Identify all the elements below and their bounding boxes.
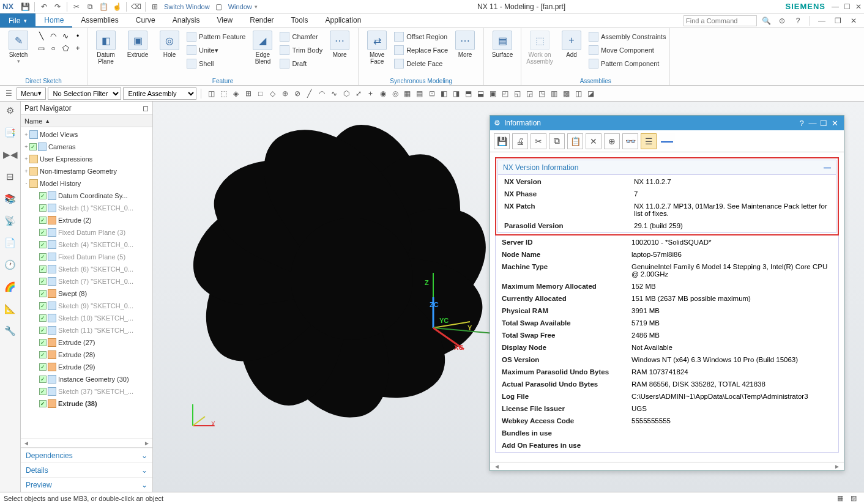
toolbar-icon-22[interactable]: ⬓ (475, 87, 487, 100)
menu-tab-home[interactable]: Home (35, 13, 72, 28)
toolbar-icon-31[interactable]: ◪ (585, 87, 597, 100)
tree-item[interactable]: +✓Cameras (21, 141, 152, 153)
shell-button[interactable]: Shell (187, 57, 245, 70)
tree-item[interactable]: +User Expressions (21, 153, 152, 165)
info-scroll-right-icon[interactable]: ► (834, 463, 840, 470)
toolbar-icon-21[interactable]: ⬒ (463, 87, 475, 100)
toolbar-icon-27[interactable]: ◳ (536, 87, 548, 100)
window-menu[interactable]: Window (228, 3, 252, 10)
toolbar-icon-5[interactable]: ◇ (267, 87, 279, 100)
copy-icon[interactable]: ⧉ (84, 1, 95, 12)
name-column-header[interactable]: Name ▲ (21, 115, 152, 127)
tree-item[interactable]: ✓Extrude (28) (21, 349, 152, 361)
help-icon[interactable]: ? (792, 15, 803, 26)
tree-item[interactable]: -Model History (21, 177, 152, 190)
assembly-filter-dropdown[interactable]: Entire Assembly (123, 87, 196, 100)
scroll-right-icon[interactable]: ► (144, 440, 150, 447)
search-icon[interactable]: 🔍 (761, 15, 772, 26)
toolbar-icon-12[interactable]: ⤢ (352, 87, 365, 100)
tree-item[interactable]: ✓Fixed Datum Plane (5) (21, 251, 152, 263)
tree-item[interactable]: ✓Sketch (10) "SKETCH_... (21, 312, 152, 324)
mdi-restore-icon[interactable]: ❐ (832, 15, 843, 26)
toolbar-icon-0[interactable]: ◫ (206, 87, 218, 100)
info-delete-icon[interactable]: ✕ (586, 133, 601, 149)
info-close-icon[interactable]: ✕ (829, 119, 840, 128)
toolbar-icon-9[interactable]: ◠ (316, 87, 328, 100)
panel-pin-icon[interactable]: ◻ (143, 104, 149, 113)
surface-button[interactable]: ▤Surface (488, 31, 517, 58)
details-section[interactable]: Details⌄ (21, 462, 152, 477)
redo-icon[interactable]: ↷ (52, 1, 63, 12)
mdi-minimize-icon[interactable]: — (816, 15, 827, 26)
close-icon[interactable]: ✕ (855, 2, 862, 11)
sketch-button[interactable]: ✎Sketch▾ (4, 31, 33, 64)
rainbow-icon[interactable]: 🌈 (4, 280, 17, 294)
toolbar-icon-30[interactable]: ◫ (573, 87, 585, 100)
windows-icon[interactable]: ⊞ (149, 1, 160, 12)
menu-tab-render[interactable]: Render (241, 13, 282, 28)
status-icon-1[interactable]: ▦ (835, 493, 846, 504)
feature-tree[interactable]: +Model Views+✓Cameras+User Expressions+N… (21, 127, 152, 439)
toolbar-icon-26[interactable]: ◲ (524, 87, 536, 100)
line-icon[interactable]: ╲ (35, 31, 47, 42)
tree-item[interactable]: ✓Sketch (9) "SKETCH_0... (21, 300, 152, 312)
replace-face-button[interactable]: Replace Face (394, 44, 448, 56)
tree-item[interactable]: ✓Extrude (2) (21, 214, 152, 226)
toolbar-icon-18[interactable]: ⊡ (426, 87, 438, 100)
tree-item[interactable]: ✓Sketch (37) "SKETCH_... (21, 385, 152, 398)
web-icon[interactable]: 📡 (4, 214, 17, 228)
delete-face-button[interactable]: Delete Face (394, 57, 448, 70)
toolbar-icon-17[interactable]: ▤ (414, 87, 426, 100)
info-print-icon[interactable]: 🖨 (512, 133, 528, 149)
tree-item[interactable]: ✓Sketch (4) "SKETCH_0... (21, 239, 152, 251)
toolbar-icon-14[interactable]: ◉ (377, 87, 389, 100)
add-component-button[interactable]: +Add (557, 31, 586, 58)
paste-icon[interactable]: 📋 (98, 1, 109, 12)
info-target-icon[interactable]: ⊕ (604, 133, 620, 149)
info-minus-icon[interactable]: — (659, 133, 675, 149)
edge-blend-button[interactable]: ◢Edge Blend (248, 31, 277, 65)
toolbar-icon-29[interactable]: ▩ (560, 87, 573, 100)
tree-item[interactable]: ✓Extrude (27) (21, 336, 152, 349)
preview-section[interactable]: Preview⌄ (21, 477, 152, 492)
minimize-icon[interactable]: — (832, 2, 839, 11)
menu-tab-analysis[interactable]: Analysis (164, 13, 209, 28)
spline-icon[interactable]: ∿ (60, 31, 71, 42)
move-component-button[interactable]: Move Component (589, 44, 666, 56)
save-icon[interactable]: 💾 (20, 1, 31, 12)
tree-item[interactable]: ✓Swept (8) (21, 287, 152, 300)
assembly-constraints-button[interactable]: Assembly Constraints (589, 31, 666, 43)
assembly-navigator-icon[interactable]: ▶◀ (4, 148, 17, 161)
trim-body-button[interactable]: Trim Body (280, 44, 322, 56)
mdi-close-icon[interactable]: ✕ (848, 15, 859, 26)
status-icon-2[interactable]: ▨ (848, 493, 859, 504)
menu-icon[interactable]: ☰ (2, 87, 15, 100)
tree-item[interactable]: ✓Sketch (7) "SKETCH_0... (21, 275, 152, 287)
find-command-input[interactable] (683, 15, 757, 26)
scroll-left-icon[interactable]: ◄ (23, 440, 29, 447)
chamfer-button[interactable]: Chamfer (280, 31, 322, 43)
offset-region-button[interactable]: Offset Region (394, 31, 448, 43)
menu-tab-curve[interactable]: Curve (127, 13, 164, 28)
rect-icon[interactable]: ▭ (35, 43, 47, 54)
draft-button[interactable]: Draft (280, 57, 322, 70)
toolbar-icon-6[interactable]: ⊕ (279, 87, 291, 100)
tree-item[interactable]: ✓Instance Geometry (30) (21, 373, 152, 385)
toolbar-icon-20[interactable]: ◨ (450, 87, 463, 100)
toolbar-icon-13[interactable]: + (365, 87, 377, 100)
eraser-icon[interactable]: ⌫ (130, 1, 141, 12)
info-cut-icon[interactable]: ✂ (531, 133, 546, 149)
menu-tab-view[interactable]: View (208, 13, 241, 28)
clock-icon[interactable]: 🕐 (4, 258, 17, 272)
touch-icon[interactable]: ☝ (111, 1, 122, 12)
constraint-icon[interactable]: ⊟ (4, 170, 17, 183)
info-paste-icon[interactable]: 📋 (567, 133, 583, 149)
info-list-icon[interactable]: ☰ (641, 133, 657, 149)
work-on-assembly-button[interactable]: ⬚Work on Assembly (525, 31, 554, 65)
menu-button[interactable]: Menu ▾ (17, 87, 46, 100)
toolbar-icon-15[interactable]: ◎ (389, 87, 401, 100)
info-binoculars-icon[interactable]: 👓 (622, 133, 638, 149)
toolbar-icon-1[interactable]: ⬚ (218, 87, 230, 100)
toolbar-icon-24[interactable]: ◰ (499, 87, 512, 100)
menu-tab-application[interactable]: Application (317, 13, 370, 28)
